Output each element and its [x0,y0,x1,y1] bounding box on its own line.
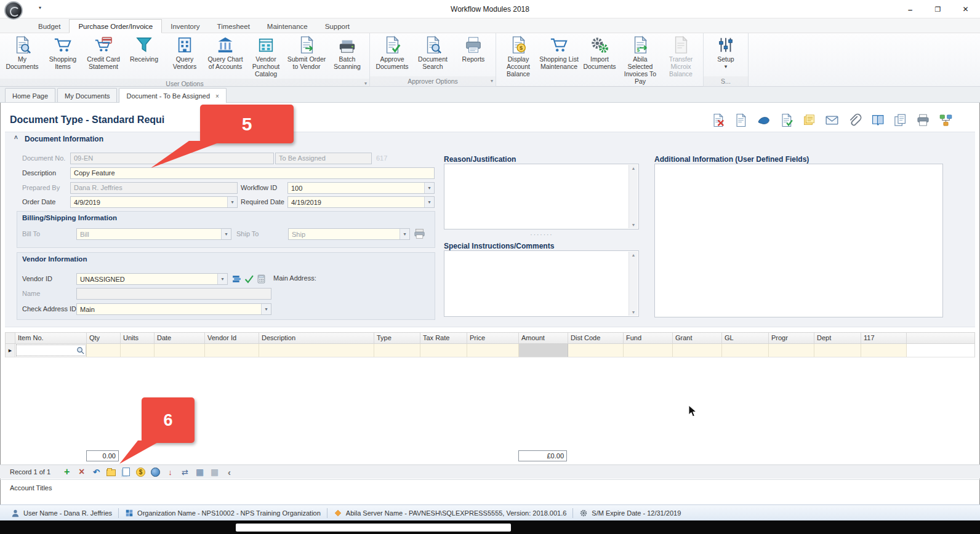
ribbon-button-shopping-list-maintenance[interactable]: Shopping List Maintenance [539,34,579,71]
workflow-id-combo[interactable]: 100 [287,182,435,194]
ribbon-tab-budget[interactable]: Budget [30,20,69,33]
ribbon-button-setup[interactable]: Setup [705,34,746,71]
check-address-id-combo[interactable]: Main [76,303,271,315]
close-button[interactable] [952,1,979,18]
ribbon-button-submit-order-to-vendor[interactable]: Submit Order to Vendor [286,34,327,71]
print-button[interactable] [915,113,930,127]
quick-access-arrow-icon[interactable] [39,5,41,10]
grid-column-header[interactable]: Amount [519,333,568,343]
grid-column-header[interactable]: 117 [861,333,907,343]
copy-document-button[interactable] [893,113,907,127]
save-document-button[interactable] [756,113,771,127]
ribbon-button-query-vendors[interactable]: Query Vendors [164,34,205,71]
printer-icon[interactable] [414,228,425,239]
new-document-button[interactable] [733,113,748,127]
grid-column-header[interactable]: Grant [673,333,722,343]
doc-tab-home-page[interactable]: Home Page [5,88,55,102]
app-logo-icon[interactable] [4,1,23,20]
item-lookup-icon[interactable] [76,346,85,355]
check-icon[interactable] [244,274,254,284]
vendor-id-combo[interactable]: UNASSIGNED [76,273,228,285]
notes-button[interactable] [801,113,816,127]
collapse-caret-icon[interactable] [14,134,18,141]
grid-column-header[interactable]: Fund [624,333,673,343]
grid-column-header[interactable]: Tax Rate [420,333,467,343]
scroll-down-icon[interactable]: ▼ [632,223,636,227]
ribbon-button-transfer-microix-balance[interactable]: Transfer Microix Balance [661,34,701,79]
grid-cell[interactable] [374,344,420,357]
address-book-button[interactable] [870,113,885,127]
delete-document-button[interactable] [710,113,725,127]
scrollbar[interactable]: ▲▼ [629,252,638,316]
grid-cell[interactable] [568,344,624,357]
doc-tab-my-documents[interactable]: My Documents [57,88,117,102]
ribbon-tab-purchase-order-invoice[interactable]: Purchase Order/Invoice [69,19,162,33]
ribbon-button-credit-card-statement[interactable]: Credit Card Statement [83,34,124,71]
ribbon-button-batch-scanning[interactable]: Batch Scanning [327,34,367,71]
grid-column-header[interactable]: Date [155,333,205,343]
ribbon-button-receiving[interactable]: Receiving [124,34,164,64]
grid2-button[interactable] [209,467,220,477]
ribbon-button-approve-documents[interactable]: Approve Documents [372,34,412,71]
add-row-button[interactable] [62,467,72,477]
grid-cell[interactable] [519,344,568,357]
ribbon-button-reports[interactable]: Reports [453,34,494,64]
order-date-combo[interactable]: 4/9/2019 [70,196,238,208]
chevron-down-icon[interactable] [424,197,434,207]
grid-column-header[interactable]: Description [259,333,374,343]
grid-column-header[interactable]: Price [467,333,519,343]
grid-cell[interactable] [722,344,769,357]
email-button[interactable] [824,113,839,127]
copy-row-button[interactable] [121,467,131,477]
undo-button[interactable] [91,467,102,477]
grid-button[interactable] [195,467,205,477]
grid-cell[interactable] [467,344,519,357]
tab-close-icon[interactable] [215,93,219,100]
grid-cell[interactable] [205,344,259,357]
ribbon-tab-maintenance[interactable]: Maintenance [259,20,316,33]
attachments-button[interactable] [847,113,862,127]
ribbon-button-abila-selected-invoices-to-pay[interactable]: Abila Selected Invoices To Pay [620,34,661,86]
calc-icon[interactable] [256,274,267,284]
ribbon-button-vendor-punchout-catalog[interactable]: Vendor Punchout Catalog [246,34,286,79]
scroll-down-icon[interactable]: ▼ [632,310,636,314]
grid-cell[interactable] [673,344,722,357]
ribbon-tab-support[interactable]: Support [316,20,358,33]
scrollbar[interactable]: ▲▼ [629,165,638,228]
delete-row-button[interactable] [76,467,87,477]
workflow-status-button[interactable] [938,113,953,127]
ribbon-button-shopping-items[interactable]: Shopping Items [42,34,83,71]
open-button[interactable] [106,467,116,477]
grid-column-header[interactable]: Type [374,333,420,343]
grid-cell[interactable] [814,344,861,357]
web-button[interactable] [150,467,161,477]
grid-cell[interactable] [861,344,907,357]
chevron-down-icon[interactable] [227,197,237,207]
grid-column-header[interactable]: Item No. [15,333,87,343]
grid-cell[interactable] [420,344,467,357]
ribbon-tab-inventory[interactable]: Inventory [162,20,208,33]
panel-splitter[interactable] [486,231,597,238]
maximize-button[interactable] [924,1,952,18]
grid-column-header[interactable]: Dist Code [568,333,624,343]
minimize-button[interactable] [896,1,924,18]
grid-column-header[interactable]: GL [722,333,769,343]
description-input[interactable]: Copy Feature [70,167,435,179]
ribbon-button-my-documents[interactable]: My Documents [2,34,42,71]
chevron-down-icon[interactable] [424,183,434,193]
additional-information-box[interactable] [654,164,943,317]
grid-cell[interactable] [624,344,673,357]
budget-button[interactable] [135,467,146,477]
grid-column-header[interactable]: Vendor Id [205,333,259,343]
grid-cell[interactable] [87,344,121,357]
reason-justification-textarea[interactable]: ▲▼ [444,164,639,229]
special-instructions-textarea[interactable]: ▲▼ [444,250,639,317]
ribbon-button-display-account-balance[interactable]: Display Account Balance [498,34,539,79]
grid-cell[interactable] [769,344,814,357]
grid-cell[interactable] [121,344,155,357]
grid-column-header[interactable]: Units [121,333,155,343]
scroll-up-icon[interactable]: ▲ [632,166,636,170]
ribbon-tab-timesheet[interactable]: Timesheet [209,20,259,33]
doc-tab-document-to-be-assigned[interactable]: Document - To Be Assigned [119,88,226,103]
grid-cell[interactable] [259,344,374,357]
